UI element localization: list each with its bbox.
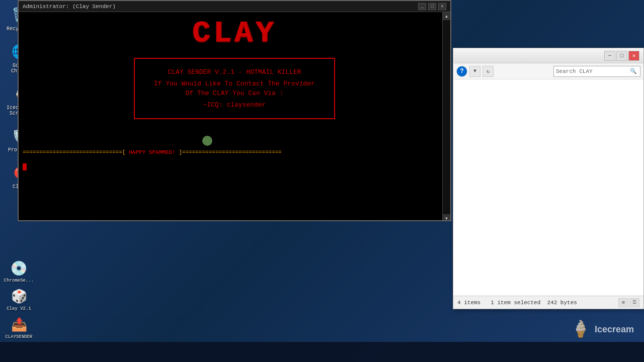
separator-line: ==============================[ HAPPY SP… bbox=[23, 149, 446, 155]
clay-title-area: CLAY bbox=[23, 16, 446, 50]
desktop-icon-claysender[interactable]: 📤 CLAYSENDER bbox=[3, 315, 35, 339]
separator-suffix: ]============================== bbox=[179, 149, 282, 155]
info-line-4: ~ICQ: claysender bbox=[145, 101, 324, 109]
cmd-close-button[interactable]: ✕ bbox=[438, 3, 446, 10]
chrome-setup-icon: 💿 bbox=[10, 259, 29, 278]
explorer-close-button[interactable]: ✕ bbox=[628, 51, 639, 61]
cmd-content: CLAY CLAY SENDER V.2.1 - HOTMAIL KILLER … bbox=[19, 12, 450, 220]
items-count: 4 items bbox=[457, 300, 480, 306]
explorer-titlebar: − □ ✕ bbox=[453, 48, 643, 63]
explorer-window: − □ ✕ ? ▼ ↻ Search CLAY 🔍 4 items 1 item… bbox=[453, 48, 644, 309]
clay-pixel-title: CLAY bbox=[192, 16, 277, 50]
explorer-toolbar: ? ▼ ↻ Search CLAY 🔍 bbox=[453, 63, 643, 79]
search-box[interactable]: Search CLAY 🔍 bbox=[553, 66, 640, 77]
claysender-icon: 📤 bbox=[10, 315, 29, 334]
bottom-desktop-icons: 💿 ChromeSe... 🎲 Clay V2.1 📤 CLAYSENDER bbox=[0, 259, 35, 339]
details-view-button[interactable]: ☰ bbox=[629, 298, 639, 307]
happy-spammed-text: HAPPY SPAMMED! bbox=[126, 149, 179, 155]
claysender-label: CLAYSENDER bbox=[5, 334, 32, 339]
explorer-window-controls: − □ ✕ bbox=[604, 51, 639, 61]
large-icons-view-button[interactable]: ⊞ bbox=[618, 298, 628, 307]
desktop-icon-clay-v2[interactable]: 🎲 Clay V2.1 bbox=[3, 287, 35, 311]
separator-prefix: ==============================[ bbox=[23, 149, 126, 155]
explorer-content bbox=[453, 79, 643, 296]
selected-info: 1 item selected 242 bytes bbox=[491, 300, 577, 306]
scroll-up-button[interactable]: ▲ bbox=[443, 12, 450, 20]
icecream-watermark-text: Icecream bbox=[595, 324, 634, 335]
refresh-button[interactable]: ↻ bbox=[482, 66, 494, 77]
explorer-minimize-button[interactable]: − bbox=[604, 51, 615, 61]
help-button[interactable]: ? bbox=[456, 66, 467, 77]
cmd-input-area bbox=[23, 163, 446, 170]
cmd-scrollbar: ▲ ▼ bbox=[442, 12, 450, 221]
desktop: 🗑️ Recycl... 🌐 Go...Chrome 🍦 Icecre...Sc… bbox=[0, 0, 644, 362]
info-line-1: CLAY SENDER V.2.1 - HOTMAIL KILLER bbox=[145, 68, 324, 76]
icecream-watermark: 🍦 Icecream bbox=[571, 319, 634, 339]
explorer-maximize-button[interactable]: □ bbox=[616, 51, 627, 61]
taskbar bbox=[0, 342, 644, 362]
explorer-statusbar: 4 items 1 item selected 242 bytes ⊞ ☰ bbox=[453, 296, 643, 309]
cmd-window: Administrator: (Clay Sender) _ □ ✕ CLAY … bbox=[18, 0, 451, 221]
chrome-setup-label: ChromeSe... bbox=[4, 278, 34, 283]
cmd-title: Administrator: (Clay Sender) bbox=[23, 4, 116, 10]
scroll-track bbox=[443, 20, 450, 214]
cmd-titlebar: Administrator: (Clay Sender) _ □ ✕ bbox=[19, 1, 450, 12]
icecream-watermark-icon: 🍦 bbox=[571, 319, 591, 339]
dropdown-button[interactable]: ▼ bbox=[469, 66, 480, 77]
search-input[interactable]: Search CLAY bbox=[556, 68, 629, 74]
clay-v2-icon: 🎲 bbox=[10, 287, 29, 306]
cmd-cursor bbox=[23, 163, 27, 170]
view-icons: ⊞ ☰ bbox=[618, 298, 639, 307]
cmd-window-controls: _ □ ✕ bbox=[418, 3, 446, 10]
cmd-minimize-button[interactable]: _ bbox=[418, 3, 426, 10]
desktop-icon-chrome-setup[interactable]: 💿 ChromeSe... bbox=[3, 259, 35, 283]
address-bar-area: ▼ ↻ bbox=[469, 66, 551, 77]
info-line-2: If You Would Like To Contact The Provide… bbox=[145, 80, 324, 87]
clay-v2-label: Clay V2.1 bbox=[7, 306, 31, 311]
scroll-down-button[interactable]: ▼ bbox=[443, 214, 450, 221]
cmd-maximize-button[interactable]: □ bbox=[428, 3, 436, 10]
info-box: CLAY SENDER V.2.1 - HOTMAIL KILLER If Yo… bbox=[134, 58, 335, 119]
search-icon[interactable]: 🔍 bbox=[629, 67, 638, 76]
info-line-3: Of The CLAY You Can Via : bbox=[145, 89, 324, 97]
